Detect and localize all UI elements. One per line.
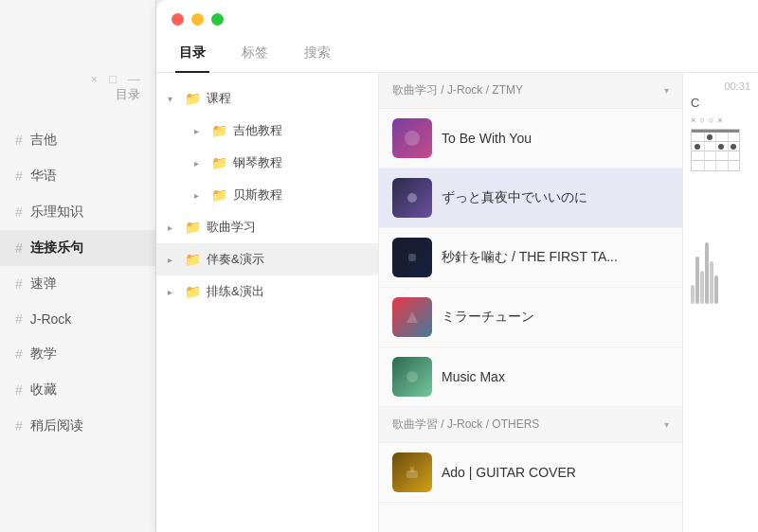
folder-icon: 📁 (185, 284, 201, 299)
tree-item-label: 歌曲学习 (207, 219, 256, 236)
sidebar-item-chinese[interactable]: # 华语 (0, 158, 155, 194)
expand-arrow-icon: ▾ (168, 94, 179, 104)
tab-tags[interactable]: 标签 (238, 35, 272, 73)
tree-item-label: 排练&演出 (207, 283, 264, 300)
sidebar-item-teaching[interactable]: # 教学 (0, 336, 155, 372)
sidebar-item-jrock[interactable]: # J-Rock (0, 302, 155, 336)
hash-icon: # (15, 418, 23, 434)
window-close-button[interactable] (171, 13, 184, 26)
chord-diagram: × ○ ○ × (691, 115, 750, 171)
song-title: To Be With You (442, 131, 532, 146)
hash-icon: # (15, 382, 23, 398)
sidebar: × □ — 目录 # 吉他 # 华语 # 乐理知识 # 连接乐句 # 速弹 # … (0, 0, 156, 532)
section-header-text: 歌曲学習 / J-Rock / OTHERS (392, 417, 539, 433)
section-header-jrock-others[interactable]: 歌曲学習 / J-Rock / OTHERS ▾ (379, 407, 682, 443)
song-thumbnail (392, 178, 432, 218)
window-maximize-button[interactable] (211, 13, 224, 26)
content-area: ▾ 📁 课程 ▸ 📁 吉他教程 ▸ 📁 钢琴教程 ▸ 📁 贝斯 (156, 73, 758, 532)
song-item-zutto[interactable]: ずっと真夜中でいいのに (379, 168, 682, 228)
sidebar-item-label: 稍后阅读 (30, 417, 83, 434)
song-title: Music Max (442, 369, 505, 384)
sidebar-item-later[interactable]: # 稍后阅读 (0, 408, 155, 444)
expand-arrow-icon: ▸ (168, 255, 179, 265)
sidebar-item-label: 吉他 (30, 132, 57, 149)
expand-arrow-icon: ▸ (194, 126, 206, 136)
close-icon[interactable]: × (91, 72, 99, 86)
song-item-mirror[interactable]: ミラーチューン (379, 288, 682, 347)
folder-icon: 📁 (211, 187, 227, 203)
tree-item-bass-tutorial[interactable]: ▸ 📁 贝斯教程 (183, 179, 378, 211)
song-title: 秒針を噛む / THE FIRST TA... (442, 249, 618, 266)
chevron-down-icon: ▾ (664, 419, 669, 430)
svg-rect-6 (410, 467, 414, 472)
song-item-byoshin[interactable]: 秒針を噛む / THE FIRST TA... (379, 228, 682, 288)
string-x-icon: × (717, 115, 722, 125)
sidebar-item-label: J-Rock (30, 311, 72, 327)
tree-item-label: 课程 (207, 90, 231, 107)
hash-icon: # (15, 240, 23, 256)
folder-icon: 📁 (211, 155, 227, 170)
sidebar-item-connect[interactable]: # 连接乐句 (0, 230, 155, 266)
sidebar-item-speed[interactable]: # 速弹 (0, 266, 155, 302)
folder-icon: 📁 (211, 123, 227, 138)
svg-point-0 (405, 131, 420, 146)
tree-item-accompaniment[interactable]: ▸ 📁 伴奏&演示 (156, 243, 378, 275)
svg-marker-3 (406, 311, 418, 323)
waveform-partial (691, 228, 750, 304)
chord-label: C (691, 96, 750, 110)
song-thumbnail (392, 238, 432, 277)
section-header-jrock-ztmy[interactable]: 歌曲学习 / J-Rock / ZTMY ▾ (379, 73, 682, 109)
svg-rect-2 (408, 254, 416, 261)
tab-search[interactable]: 搜索 (300, 35, 334, 73)
sidebar-item-music-theory[interactable]: # 乐理知识 (0, 194, 155, 230)
sidebar-item-label: 速弹 (30, 275, 57, 293)
song-thumbnail (392, 118, 432, 158)
tree-item-label: 伴奏&演示 (207, 251, 264, 268)
sidebar-item-label: 连接乐句 (30, 239, 83, 257)
section-header-text: 歌曲学习 / J-Rock / ZTMY (392, 82, 523, 98)
string-x-icon: × (691, 115, 695, 125)
song-title: ミラーチューン (442, 309, 534, 326)
tree-item-practice[interactable]: ▸ 📁 排练&演出 (156, 275, 378, 308)
sidebar-item-label: 教学 (30, 346, 57, 363)
sidebar-item-collect[interactable]: # 收藏 (0, 372, 155, 408)
tree-item-guitar-tutorial[interactable]: ▸ 📁 吉他教程 (183, 115, 378, 147)
tab-catalog[interactable]: 目录 (175, 35, 209, 73)
sidebar-title: 目录 (0, 86, 155, 122)
folder-icon: 📁 (185, 91, 201, 106)
song-title: ずっと真夜中でいいのに (442, 189, 587, 206)
expand-arrow-icon: ▸ (168, 287, 179, 297)
maximize-icon[interactable]: □ (109, 72, 117, 86)
hash-icon: # (15, 204, 23, 220)
song-list: 歌曲学习 / J-Rock / ZTMY ▾ To Be With You ずっ… (379, 73, 682, 532)
song-item-to-be-with-you[interactable]: To Be With You (379, 109, 682, 168)
hash-icon: # (15, 346, 23, 362)
string-open-icon: ○ (699, 115, 704, 125)
hash-icon: # (15, 168, 23, 184)
song-item-music-max[interactable]: Music Max (379, 347, 682, 407)
minimize-icon[interactable]: — (128, 72, 140, 86)
expand-arrow-icon: ▸ (194, 190, 206, 201)
song-thumbnail (392, 357, 432, 397)
expand-arrow-icon: ▸ (168, 222, 179, 233)
tree-item-label: 贝斯教程 (233, 186, 282, 204)
tree-item-courses[interactable]: ▾ 📁 课程 (156, 82, 378, 115)
hash-icon: # (15, 276, 23, 292)
chord-panel: 00:31 C × ○ ○ × (682, 73, 758, 532)
song-title: Ado | GUITAR COVER (442, 465, 576, 480)
main-panel: 目录 标签 搜索 ▾ 📁 课程 ▸ 📁 吉他教程 ▸ 📁 钢 (156, 0, 758, 532)
sidebar-item-guitar[interactable]: # 吉他 (0, 122, 155, 158)
window-controls (156, 0, 758, 35)
sidebar-item-label: 华语 (30, 168, 57, 185)
tree-item-song-study[interactable]: ▸ 📁 歌曲学习 (156, 211, 378, 243)
expand-arrow-icon: ▸ (194, 158, 206, 168)
tabs-bar: 目录 标签 搜索 (156, 35, 758, 73)
hash-icon: # (15, 311, 23, 327)
hash-icon: # (15, 133, 23, 148)
window-minimize-button[interactable] (191, 13, 204, 26)
tree-item-piano-tutorial[interactable]: ▸ 📁 钢琴教程 (183, 147, 378, 179)
folder-icon: 📁 (185, 252, 201, 267)
song-item-ado-guitar[interactable]: Ado | GUITAR COVER (379, 443, 682, 503)
sidebar-item-label: 收藏 (30, 381, 57, 399)
song-thumbnail (392, 297, 432, 337)
